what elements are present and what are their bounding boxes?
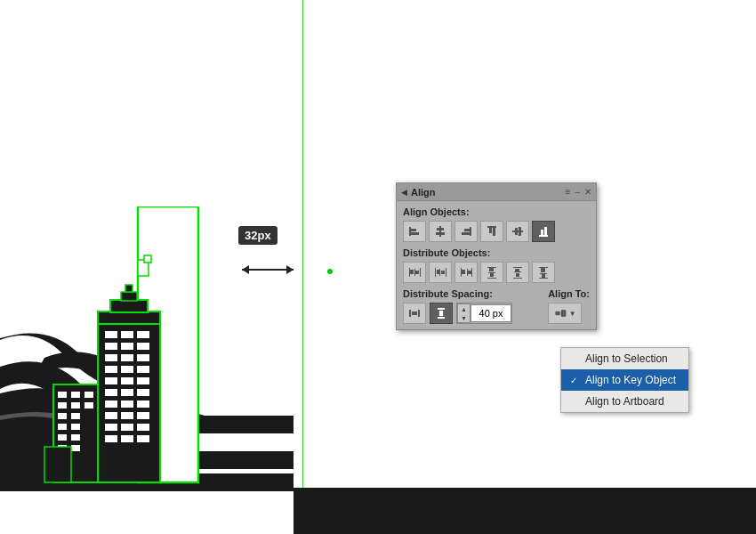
distribute-spacing-h-btn[interactable]: [403, 303, 426, 324]
canvas-area: 32px ◀ Align ≡ – ✕ Align Objects:: [0, 0, 756, 534]
svg-rect-17: [121, 377, 133, 384]
svg-rect-19: [105, 389, 117, 396]
align-h-centers-btn[interactable]: [429, 221, 452, 242]
svg-rect-92: [488, 272, 495, 273]
svg-rect-103: [542, 274, 545, 278]
panel-close-button[interactable]: ✕: [584, 187, 591, 197]
svg-rect-47: [84, 402, 93, 409]
svg-rect-24: [137, 400, 149, 408]
arrow-line: [242, 269, 294, 271]
spacing-spinner[interactable]: ▲ ▼: [457, 303, 470, 323]
svg-rect-13: [105, 366, 117, 373]
svg-rect-52: [58, 434, 67, 441]
svg-rect-111: [555, 312, 559, 315]
distribute-top-btn[interactable]: [480, 262, 503, 283]
svg-rect-79: [420, 268, 421, 277]
svg-rect-68: [493, 228, 495, 236]
svg-rect-88: [468, 271, 471, 274]
svg-rect-98: [516, 273, 519, 277]
distribute-left-btn[interactable]: [403, 262, 426, 283]
align-to-artboard-label: Align to Artboard: [585, 395, 664, 408]
align-to-label: Align To:: [548, 288, 590, 299]
svg-rect-84: [446, 268, 446, 277]
bottom-bar: [294, 488, 756, 534]
svg-rect-43: [71, 392, 80, 398]
svg-rect-14: [121, 366, 133, 373]
buildings-illustration: [0, 206, 285, 491]
svg-rect-61: [437, 228, 444, 231]
spacing-input[interactable]: [470, 304, 511, 322]
align-to-dropdown-btn[interactable]: ▼: [548, 303, 582, 324]
svg-rect-11: [121, 354, 133, 361]
svg-rect-44: [84, 392, 93, 398]
align-left-edges-btn[interactable]: [403, 221, 426, 242]
svg-rect-58: [411, 229, 416, 231]
svg-rect-51: [71, 424, 80, 430]
svg-rect-26: [121, 412, 133, 419]
panel-minimize-button[interactable]: –: [575, 187, 580, 197]
svg-rect-106: [418, 310, 420, 317]
svg-rect-72: [539, 235, 548, 237]
measurement-arrow: [242, 263, 294, 276]
align-to-selection-item[interactable]: Align to Selection: [561, 348, 688, 369]
measurement-label: 32px: [238, 226, 277, 245]
spacing-decrement-btn[interactable]: ▼: [458, 313, 470, 322]
svg-rect-23: [121, 400, 133, 408]
svg-rect-7: [105, 343, 117, 350]
svg-rect-57: [409, 227, 411, 236]
distribute-right-btn[interactable]: [454, 262, 478, 283]
distribute-spacing-label: Distribute Spacing:: [403, 288, 512, 299]
svg-rect-27: [137, 412, 149, 419]
svg-rect-32: [121, 435, 133, 442]
svg-rect-64: [464, 229, 470, 231]
spacing-increment-btn[interactable]: ▲: [458, 304, 470, 313]
align-bottom-edges-btn[interactable]: [532, 221, 555, 242]
align-to-dropdown-menu: Align to Selection ✓ Align to Key Object…: [560, 347, 689, 413]
panel-menu-button[interactable]: ≡: [566, 187, 571, 197]
svg-rect-59: [411, 232, 419, 235]
svg-rect-5: [121, 331, 133, 338]
panel-collapse-icon[interactable]: ◀: [401, 188, 407, 197]
panel-title-text: Align: [411, 187, 436, 198]
svg-rect-94: [487, 278, 496, 279]
distribute-v-center-btn[interactable]: [506, 262, 529, 283]
svg-rect-101: [541, 268, 545, 272]
panel-titlebar: ◀ Align ≡ – ✕: [397, 183, 596, 201]
svg-rect-108: [438, 308, 445, 310]
align-to-artboard-item[interactable]: Align to Artboard: [561, 391, 688, 412]
align-right-edges-btn[interactable]: [454, 221, 478, 242]
distribute-h-center-btn[interactable]: [429, 262, 452, 283]
svg-rect-71: [519, 227, 521, 236]
svg-rect-16: [105, 377, 117, 384]
svg-rect-21: [137, 389, 149, 396]
align-to-key-object-label: Align to Key Object: [585, 374, 676, 386]
svg-rect-95: [513, 267, 522, 268]
align-artboard-check: [570, 397, 581, 407]
align-key-object-check: ✓: [570, 376, 581, 385]
vertical-guide: [302, 0, 303, 534]
svg-rect-102: [540, 273, 547, 274]
svg-rect-85: [461, 268, 462, 277]
svg-rect-65: [462, 232, 470, 235]
distribute-objects-label: Distribute Objects:: [403, 247, 590, 258]
svg-rect-83: [441, 271, 445, 274]
svg-rect-78: [415, 271, 419, 274]
svg-rect-107: [412, 312, 417, 315]
svg-rect-63: [470, 227, 471, 236]
svg-rect-66: [487, 226, 496, 228]
svg-rect-56: [44, 447, 71, 482]
align-v-centers-btn[interactable]: [506, 221, 529, 242]
align-selection-check: [570, 354, 581, 364]
panel-title-right: ≡ – ✕: [566, 187, 591, 197]
align-to-key-object-item[interactable]: ✓ Align to Key Object: [561, 369, 688, 391]
distribute-spacing-v-btn[interactable]: [430, 303, 453, 324]
svg-rect-73: [541, 230, 543, 235]
align-top-edges-btn[interactable]: [480, 221, 503, 242]
svg-rect-62: [436, 232, 445, 235]
svg-rect-87: [467, 269, 468, 276]
svg-rect-10: [105, 354, 117, 361]
distribute-bottom-btn[interactable]: [532, 262, 555, 283]
svg-rect-55: [71, 445, 80, 451]
distribute-objects-row: [403, 262, 590, 283]
panel-title-left: ◀ Align: [401, 187, 436, 198]
